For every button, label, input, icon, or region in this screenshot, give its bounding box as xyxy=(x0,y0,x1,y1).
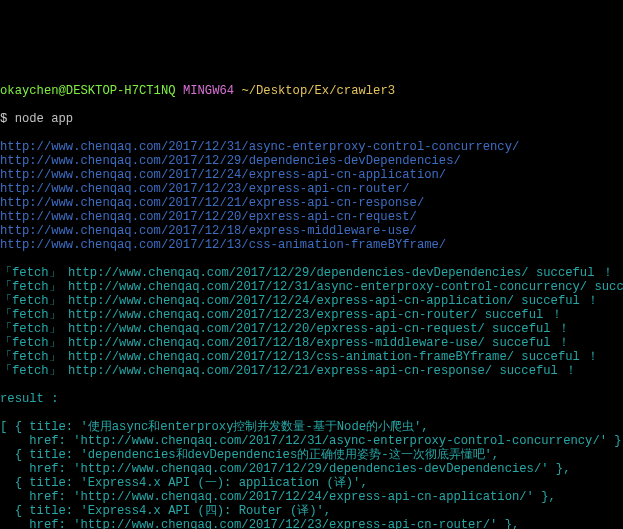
fetch-status-line: 「fetch」 http://www.chenqaq.com/2017/12/3… xyxy=(0,280,623,294)
result-title-line: [ { title: '使用async和enterproxy控制并发数量-基于N… xyxy=(0,420,623,434)
prompt-line-1: okaychen@DESKTOP-H7CT1NQ MINGW64 ~/Deskt… xyxy=(0,84,623,98)
fetch-status-line: 「fetch」 http://www.chenqaq.com/2017/12/2… xyxy=(0,266,623,280)
fetch-status-line: 「fetch」 http://www.chenqaq.com/2017/12/2… xyxy=(0,322,623,336)
crawled-url: http://www.chenqaq.com/2017/12/20/epxres… xyxy=(0,210,623,224)
result-href-line: href: 'http://www.chenqaq.com/2017/12/24… xyxy=(0,490,623,504)
result-title-line: { title: 'Express4.x API (四): Router (译)… xyxy=(0,504,623,518)
crawled-url: http://www.chenqaq.com/2017/12/23/expres… xyxy=(0,182,623,196)
result-href-line: href: 'http://www.chenqaq.com/2017/12/31… xyxy=(0,434,623,448)
crawled-url: http://www.chenqaq.com/2017/12/31/async-… xyxy=(0,140,623,154)
fetch-status-line: 「fetch」 http://www.chenqaq.com/2017/12/2… xyxy=(0,294,623,308)
result-href-line: href: 'http://www.chenqaq.com/2017/12/23… xyxy=(0,518,623,529)
prompt-host: DESKTOP-H7CT1NQ xyxy=(66,84,176,98)
fetch-status-line: 「fetch」 http://www.chenqaq.com/2017/12/2… xyxy=(0,364,623,378)
result-title-line: { title: 'dependencies和devDependencies的正… xyxy=(0,448,623,462)
result-title-line: { title: 'Express4.x API (一): applicatio… xyxy=(0,476,623,490)
terminal-window[interactable]: okaychen@DESKTOP-H7CT1NQ MINGW64 ~/Deskt… xyxy=(0,70,623,529)
result-label: result : xyxy=(0,392,623,406)
crawled-url: http://www.chenqaq.com/2017/12/24/expres… xyxy=(0,168,623,182)
crawled-url: http://www.chenqaq.com/2017/12/13/css-an… xyxy=(0,238,623,252)
fetch-status-line: 「fetch」 http://www.chenqaq.com/2017/12/1… xyxy=(0,336,623,350)
result-href-line: href: 'http://www.chenqaq.com/2017/12/29… xyxy=(0,462,623,476)
prompt-user: okaychen xyxy=(0,84,59,98)
prompt-line-2: $ node app xyxy=(0,112,623,126)
prompt-path: ~/Desktop/Ex/crawler3 xyxy=(241,84,395,98)
prompt-at: @ xyxy=(59,84,66,98)
prompt-env: MINGW64 xyxy=(183,84,234,98)
fetch-status-line: 「fetch」 http://www.chenqaq.com/2017/12/1… xyxy=(0,350,623,364)
crawled-url: http://www.chenqaq.com/2017/12/29/depend… xyxy=(0,154,623,168)
command-text: node app xyxy=(15,112,74,126)
crawled-url: http://www.chenqaq.com/2017/12/21/expres… xyxy=(0,196,623,210)
crawled-url: http://www.chenqaq.com/2017/12/18/expres… xyxy=(0,224,623,238)
fetch-status-line: 「fetch」 http://www.chenqaq.com/2017/12/2… xyxy=(0,308,623,322)
